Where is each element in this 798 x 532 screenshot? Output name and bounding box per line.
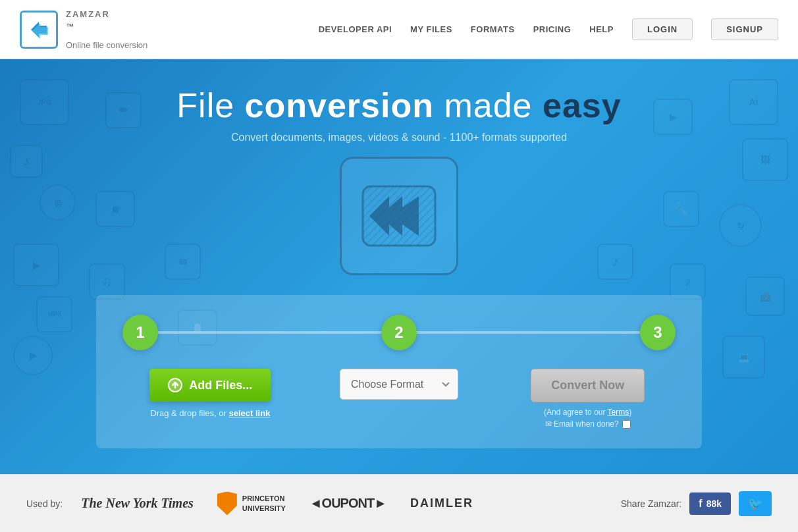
music-icon-4: ♪ <box>597 244 633 280</box>
video-strip-icon: ▦ <box>95 191 135 227</box>
ai-icon: Ai <box>729 79 778 125</box>
wrench-icon: 🔧 <box>663 191 699 227</box>
brand-princeton: PRINCETONUNIVERSITY <box>217 492 286 516</box>
disc-icon: ◎ <box>40 184 76 221</box>
upload-icon <box>168 378 182 392</box>
email-icon: ✉ <box>165 244 201 280</box>
terms-link[interactable]: Terms <box>608 408 629 417</box>
svg-marker-1 <box>32 23 48 39</box>
youtube-icon: ▶ <box>13 336 53 375</box>
logo-text: ZAMZAR™ Online file conversion <box>66 9 147 50</box>
brand-logos: The New York Times PRINCETONUNIVERSITY ◄… <box>81 492 620 516</box>
logo-icon <box>20 11 58 49</box>
nav-developer-api[interactable]: DEVELOPER API <box>319 24 392 34</box>
facebook-share-button[interactable]: f 88k <box>689 492 731 515</box>
format-select[interactable]: Choose Format MP4 MP3 PDF JPG PNG DOCX <box>340 369 458 400</box>
step-3-section: Convert Now (And agree to our Terms) ✉ E… <box>500 369 676 429</box>
login-button[interactable]: LOGIN <box>632 18 693 40</box>
music-icon-2: ♫ <box>89 263 125 300</box>
used-by-label: Used by: <box>26 498 63 509</box>
laptop-icon: 💻 <box>722 336 765 379</box>
play-icon-1: ▶ <box>13 244 59 286</box>
signup-button[interactable]: SIGNUP <box>711 18 778 40</box>
play-icon-2: ▶ <box>653 99 693 135</box>
zamzar-arrows-icon <box>27 18 51 41</box>
nav-help[interactable]: HELP <box>589 24 614 34</box>
twitter-icon: 🐦 <box>748 497 762 510</box>
convert-now-button[interactable]: Convert Now <box>531 369 645 402</box>
step-2-circle: 2 <box>381 315 417 350</box>
logo-tagline: Online file conversion <box>66 40 147 50</box>
fb-count: 88k <box>706 498 722 509</box>
hero-subtitle: Convert documents, images, videos & soun… <box>231 132 567 144</box>
hero-section: JPG ♪ ◎ ▶ MP3 ▶ ✏ ▦ ♫ Ai 🖼 ↻ 💼 💻 ▶ 🔧 ♪ ✉… <box>0 59 798 474</box>
header: ZAMZAR™ Online file conversion DEVELOPER… <box>0 0 798 59</box>
brand-nyt: The New York Times <box>81 496 194 511</box>
email-label: ✉ Email when done? <box>545 419 619 429</box>
refresh-icon: ↻ <box>719 204 762 247</box>
image-icon-1: 🖼 <box>742 138 788 181</box>
logo-name: ZAMZAR™ <box>66 9 147 40</box>
email-when-done-row: ✉ Email when done? <box>545 419 631 429</box>
share-area: Share Zamzar: f 88k 🐦 <box>621 491 772 516</box>
logo-area: ZAMZAR™ Online file conversion <box>20 9 147 50</box>
select-link[interactable]: select link <box>229 408 271 418</box>
step-1-circle: 1 <box>122 315 158 350</box>
main-nav: DEVELOPER API MY FILES FORMATS PRICING H… <box>319 18 778 40</box>
agree-terms-text: (And agree to our Terms) <box>544 408 631 417</box>
zamzar-center-logo <box>340 157 458 275</box>
facebook-icon: f <box>699 498 702 510</box>
step-3-circle: 3 <box>640 315 676 350</box>
pencil-icon: ✏ <box>105 92 142 128</box>
brand-dupont: ◄OUPONT► <box>309 496 386 511</box>
jpg-icon: JPG <box>20 79 69 125</box>
drag-drop-hint: Drag & drop files, or select link <box>150 408 270 418</box>
music-icon-1: ♪ <box>10 145 43 178</box>
twitter-share-button[interactable]: 🐦 <box>739 491 772 516</box>
steps-controls: Add Files... Drag & drop files, or selec… <box>122 369 676 429</box>
music-icon-3: ♪ <box>670 263 706 300</box>
mp3-icon: MP3 <box>36 296 72 332</box>
zamzar-fast-forward-icon <box>359 183 439 249</box>
nav-pricing[interactable]: PRICING <box>533 24 572 34</box>
email-checkbox[interactable] <box>622 420 631 429</box>
nav-my-files[interactable]: MY FILES <box>410 24 452 34</box>
nav-formats[interactable]: FORMATS <box>471 24 515 34</box>
footer: Used by: The New York Times PRINCETONUNI… <box>0 474 798 532</box>
briefcase-icon: 💼 <box>745 277 785 316</box>
steps-progress: 1 2 3 <box>122 315 676 350</box>
share-label: Share Zamzar: <box>621 498 682 509</box>
add-files-button[interactable]: Add Files... <box>149 369 271 402</box>
princeton-shield-icon <box>217 492 237 516</box>
steps-panel: 1 2 3 Add Files... Drag & drop files, or… <box>96 295 702 448</box>
step-2-section: Choose Format MP4 MP3 PDF JPG PNG DOCX <box>311 369 487 400</box>
hero-title: File conversion made easy <box>176 86 621 125</box>
step-1-section: Add Files... Drag & drop files, or selec… <box>122 369 298 418</box>
brand-daimler: DAIMLER <box>410 496 473 510</box>
